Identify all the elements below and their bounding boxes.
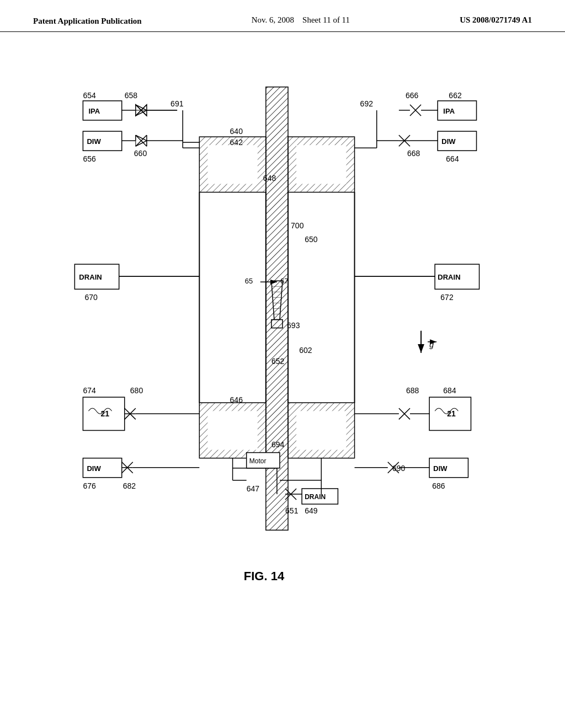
label-694: 694 xyxy=(271,440,285,449)
label-646: 646 xyxy=(230,395,243,404)
label-676: 676 xyxy=(83,481,96,490)
label-660: 660 xyxy=(134,149,147,158)
label-67: 67 xyxy=(280,277,289,285)
label-666: 666 xyxy=(406,91,419,100)
label-642: 642 xyxy=(230,138,243,147)
publication-date: Nov. 6, 2008 xyxy=(252,15,294,24)
ipa-right-label: IPA xyxy=(443,107,455,115)
label-688: 688 xyxy=(406,386,419,395)
component-21-right: 21 xyxy=(447,409,456,418)
label-664: 664 xyxy=(446,154,459,163)
drain-bottom-label: DRAIN xyxy=(305,493,326,501)
label-670: 670 xyxy=(84,293,98,302)
drain-left-label: DRAIN xyxy=(79,273,102,281)
label-648: 648 xyxy=(263,174,276,183)
label-65: 65 xyxy=(245,277,253,285)
label-693: 693 xyxy=(287,321,300,330)
diw-left-top-label: DIW xyxy=(87,137,101,146)
label-700: 700 xyxy=(291,221,304,230)
svg-rect-12 xyxy=(296,411,346,449)
svg-rect-6 xyxy=(207,411,257,449)
label-640: 640 xyxy=(230,127,243,136)
motor-label: Motor xyxy=(249,457,266,465)
header-center: Nov. 6, 2008 Sheet 11 of 11 xyxy=(252,15,350,25)
component-21-left: 21 xyxy=(101,409,110,418)
label-684: 684 xyxy=(443,386,456,395)
label-692: 692 xyxy=(360,99,374,108)
svg-line-38 xyxy=(136,141,147,146)
label-651: 651 xyxy=(285,506,299,515)
label-652: 652 xyxy=(271,357,285,366)
svg-line-37 xyxy=(136,135,147,141)
label-602: 602 xyxy=(299,346,312,355)
label-668: 668 xyxy=(407,149,420,158)
label-650: 650 xyxy=(305,235,318,244)
diw-right-top-label: DIW xyxy=(441,137,456,146)
page: Patent Application Publication Nov. 6, 2… xyxy=(0,0,565,728)
label-654: 654 xyxy=(83,91,96,100)
label-674: 674 xyxy=(83,386,96,395)
label-686: 686 xyxy=(432,481,445,490)
label-662: 662 xyxy=(449,91,462,100)
label-658: 658 xyxy=(125,91,138,100)
svg-rect-4 xyxy=(207,145,257,184)
drain-right-label: DRAIN xyxy=(438,273,460,281)
label-647: 647 xyxy=(247,484,260,493)
patent-diagram: 700 640 642 646 xyxy=(33,55,532,695)
label-672: 672 xyxy=(440,293,454,302)
label-656: 656 xyxy=(83,154,96,163)
page-header: Patent Application Publication Nov. 6, 2… xyxy=(0,0,565,32)
ipa-left-label: IPA xyxy=(88,107,100,115)
label-680: 680 xyxy=(130,386,143,395)
patent-number: US 2008/0271749 A1 xyxy=(460,15,532,25)
label-649: 649 xyxy=(305,506,318,515)
diagram-area: 700 640 642 646 xyxy=(33,55,532,695)
figure-label: FIG. 14 xyxy=(244,569,285,583)
label-682: 682 xyxy=(123,481,136,490)
sheet-info: Sheet 11 of 11 xyxy=(302,15,350,24)
svg-rect-10 xyxy=(296,145,346,184)
diw-right-bottom-label: DIW xyxy=(433,464,447,473)
label-691: 691 xyxy=(170,99,184,108)
diw-left-bottom-label: DIW xyxy=(87,464,101,473)
publication-title: Patent Application Publication xyxy=(33,15,142,27)
